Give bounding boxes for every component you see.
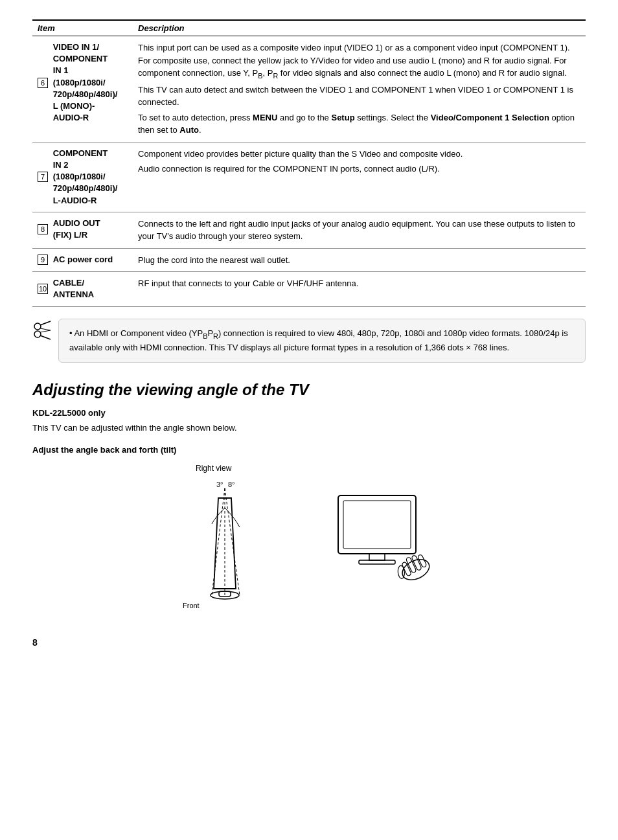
svg-text:8°: 8° [228,481,235,488]
svg-line-3 [40,335,51,339]
item-cell: 6 VIDEO IN 1/COMPONENTIN 1(1080p/1080i/7… [32,36,133,142]
tip-icon-svg [32,320,52,345]
table-row: 9 AC power cord Plug the cord into the n… [32,248,586,272]
desc-para: This input port can be used as a composi… [138,41,580,81]
svg-rect-15 [338,495,416,554]
item-label: AUDIO OUT(FIX) L/R [53,218,100,241]
hand-diagram [325,476,455,606]
svg-text:Front: Front [183,602,200,609]
col-item-header: Item [32,20,133,36]
desc-cell: Plug the cord into the nearest wall outl… [133,248,586,272]
item-number: 9 [38,255,48,265]
item-label: AC power cord [53,254,113,266]
svg-point-0 [34,323,41,330]
desc-para: RF input that connects to your Cable or … [138,277,580,290]
item-number: 7 [38,172,48,182]
desc-cell: This input port can be used as a composi… [133,36,586,142]
note-section: • An HDMI or Component video (YPBPR) con… [32,319,586,363]
item-label: CABLE/ANTENNA [53,277,95,301]
col-desc-header: Description [133,20,586,36]
item-number: 8 [38,224,48,234]
svg-line-2 [40,321,51,325]
svg-line-10 [225,488,240,595]
svg-rect-17 [369,554,385,560]
note-icon [32,320,52,345]
svg-line-4 [40,328,51,330]
tilt-heading: Adjust the angle back and forth (tilt) [32,445,586,455]
desc-cell: Connects to the left and right audio inp… [133,212,586,248]
desc-para: To set to auto detection, press MENU and… [138,111,580,137]
item-cell: 8 AUDIO OUT(FIX) L/R [32,212,133,248]
section-title: Adjusting the viewing angle of the TV [32,381,586,399]
svg-line-5 [40,330,51,332]
svg-point-1 [34,331,41,337]
right-view-label: Right view [170,464,286,473]
hand-diagram-svg [325,476,455,606]
tilt-diagram-svg: 3° 8° Front [163,475,286,618]
desc-para: Audio connection is required for the COM… [138,163,580,176]
svg-rect-16 [343,501,411,549]
svg-rect-18 [359,560,395,564]
page-number: 8 [32,637,586,648]
section-body: This TV can be adjusted within the angle… [32,422,586,435]
table-row: 8 AUDIO OUT(FIX) L/R Connects to the lef… [32,212,586,248]
desc-para: Plug the cord into the nearest wall outl… [138,254,580,267]
note-box: • An HDMI or Component video (YPBPR) con… [58,319,586,363]
item-cell: 9 AC power cord [32,248,133,272]
desc-cell: RF input that connects to your Cable or … [133,272,586,306]
note-text: • An HDMI or Component video (YPBPR) con… [69,327,575,355]
item-number: 6 [38,78,48,88]
desc-para: Connects to the left and right audio inp… [138,218,580,243]
tilt-diagram: Right view 3° 8° Front [163,464,286,618]
desc-cell: Component video provides better picture … [133,142,586,212]
table-row: 7 COMPONENTIN 2(1080p/1080i/720p/480p/48… [32,142,586,212]
desc-para: This TV can auto detect and switch betwe… [138,84,580,109]
item-cell: 7 COMPONENTIN 2(1080p/1080i/720p/480p/48… [32,142,133,212]
item-label: COMPONENTIN 2(1080p/1080i/720p/480p/480i… [53,148,118,207]
diagram-area: Right view 3° 8° Front [32,464,586,618]
item-label: VIDEO IN 1/COMPONENTIN 1(1080p/1080i/720… [53,41,118,124]
svg-text:3°: 3° [216,481,223,488]
item-number: 10 [38,284,48,294]
table-row: 6 VIDEO IN 1/COMPONENTIN 1(1080p/1080i/7… [32,36,586,142]
specs-table: Item Description 6 VIDEO IN 1/COMPONENTI… [32,19,586,307]
item-cell: 10 CABLE/ANTENNA [32,272,133,306]
desc-para: Component video provides better picture … [138,148,580,161]
table-row: 10 CABLE/ANTENNA RF input that connects … [32,272,586,306]
model-note: KDL-22L5000 only [32,408,586,418]
